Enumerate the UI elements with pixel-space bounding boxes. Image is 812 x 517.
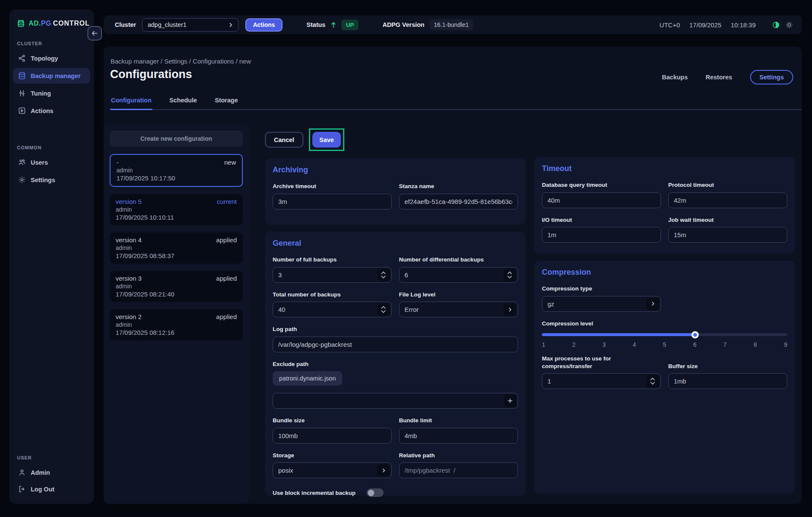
sidebar-item-label: Topology	[31, 55, 58, 62]
sidebar-item-label: Backup manager	[31, 73, 81, 79]
cluster-select[interactable]: adpg_cluster1	[142, 18, 239, 32]
contrast-theme-icon[interactable]	[772, 21, 780, 29]
logo-text: AD.PGCONTROL	[29, 20, 90, 27]
stepper-buttons[interactable]	[646, 375, 659, 387]
time-value: 10:18:39	[731, 21, 756, 29]
sidebar-item-actions[interactable]: Actions	[13, 103, 90, 119]
bundle-size-field[interactable]	[273, 428, 392, 444]
relative-path-field[interactable]	[399, 462, 518, 478]
stepper-buttons[interactable]	[503, 269, 516, 281]
db-query-timeout-field[interactable]	[542, 192, 661, 208]
sidebar-item-admin[interactable]: Admin	[13, 465, 90, 480]
exclude-path-chip[interactable]: patroni.dynamic.json	[273, 371, 342, 386]
sidebar-item-topology[interactable]: Topology	[13, 50, 90, 66]
compression-level-knob[interactable]	[692, 331, 699, 338]
diff-backups-stepper[interactable]: 6	[399, 267, 518, 283]
topology-icon	[18, 54, 26, 62]
actions-button[interactable]: Actions	[245, 18, 282, 32]
config-author: admin	[116, 321, 237, 328]
full-backups-label: Number of full backups	[273, 256, 392, 264]
io-timeout-label: I/O timeout	[542, 216, 661, 224]
relative-path-label: Relative path	[399, 452, 518, 459]
config-name: version 4	[116, 236, 142, 244]
config-name: version 2	[116, 313, 142, 320]
exclude-path-add-field[interactable]	[273, 393, 518, 409]
tab-configuration[interactable]: Configuration	[110, 97, 152, 110]
logout-icon	[18, 485, 26, 493]
stepper-buttons[interactable]	[377, 303, 390, 316]
cluster-select-value: adpg_cluster1	[148, 21, 227, 28]
toggle-knob	[368, 490, 374, 496]
database-icon	[18, 72, 26, 80]
arrow-left-icon	[91, 29, 99, 37]
chevron-down-icon	[650, 381, 655, 385]
compression-section: Compression Compression type gz Compress…	[534, 261, 795, 494]
sidebar-item-label: Log Out	[31, 486, 55, 493]
stanza-name-label: Stanza name	[399, 183, 518, 190]
sidebar-item-settings[interactable]: Settings	[13, 172, 90, 188]
chevron-right-icon[interactable]	[646, 298, 659, 310]
sidebar-item-logout[interactable]: Log Out	[13, 481, 90, 497]
chevron-down-icon	[381, 275, 386, 279]
config-list-item[interactable]: version 3applied admin 17/09/2025 08:21:…	[110, 271, 243, 302]
sidebar-item-backup-manager[interactable]: Backup manager	[13, 68, 90, 84]
config-list-item[interactable]: version 5current admin 17/09/2025 10:10:…	[110, 194, 243, 225]
compression-type-select[interactable]: gz	[542, 296, 661, 312]
sun-icon[interactable]	[785, 21, 793, 29]
config-author: admin	[116, 244, 237, 251]
max-processes-stepper[interactable]: 1	[542, 373, 661, 389]
archive-timeout-field[interactable]	[273, 194, 392, 209]
save-button-highlight: Save	[309, 128, 345, 151]
stepper-buttons[interactable]	[377, 269, 390, 281]
topbar: Cluster adpg_cluster1 Actions Status UP …	[104, 15, 802, 34]
buffer-size-field[interactable]	[668, 373, 787, 389]
protocol-timeout-field[interactable]	[668, 192, 787, 208]
chevron-right-icon[interactable]	[377, 464, 390, 476]
job-wait-timeout-field[interactable]	[668, 227, 787, 243]
sidebar-item-users[interactable]: Users	[13, 154, 90, 170]
sliders-icon	[18, 89, 26, 97]
status-label: Status	[306, 21, 325, 28]
storage-label: Storage	[273, 452, 392, 459]
io-timeout-field[interactable]	[542, 227, 661, 243]
tab-schedule[interactable]: Schedule	[169, 97, 198, 109]
log-path-field[interactable]	[273, 337, 518, 352]
cancel-button[interactable]: Cancel	[265, 132, 303, 148]
compression-level-slider[interactable]	[542, 333, 787, 336]
config-timestamp: 17/09/2025 08:58:37	[116, 252, 237, 259]
back-button[interactable]	[87, 26, 102, 41]
chevron-up-icon	[650, 377, 655, 381]
create-new-configuration-button[interactable]: Create new configuration	[110, 131, 243, 147]
version-label: ADPG Version	[382, 21, 424, 28]
chevron-down-icon	[507, 275, 512, 279]
config-timestamp: 17/09/2025 10:17:50	[116, 174, 236, 182]
chevron-right-icon[interactable]	[503, 303, 516, 316]
storage-select[interactable]: posix	[273, 462, 392, 478]
config-timestamp: 17/09/2025 08:21:40	[116, 290, 237, 298]
sidebar-item-label: Settings	[31, 177, 55, 183]
stanza-name-field[interactable]	[399, 194, 518, 209]
config-list-item[interactable]: version 4applied admin 17/09/2025 08:58:…	[110, 232, 243, 264]
config-status-badge: current	[217, 198, 237, 205]
sidebar-item-tuning[interactable]: Tuning	[13, 85, 90, 101]
config-status-badge: applied	[216, 313, 237, 320]
config-name: -	[116, 159, 119, 166]
block-incremental-label: Use block incremental backup	[273, 490, 355, 496]
person-icon	[18, 468, 26, 476]
save-button[interactable]: Save	[312, 132, 341, 148]
total-backups-stepper[interactable]: 40	[273, 302, 392, 317]
timeout-title: Timeout	[542, 164, 787, 173]
full-backups-stepper[interactable]: 3	[273, 267, 392, 283]
config-name: version 5	[116, 198, 142, 205]
exclude-path-label: Exclude path	[273, 360, 518, 368]
config-author: admin	[116, 206, 237, 213]
bundle-limit-field[interactable]	[399, 428, 518, 444]
tab-storage[interactable]: Storage	[214, 97, 239, 109]
config-list-item[interactable]: -new admin 17/09/2025 10:17:50	[110, 154, 243, 187]
log-path-label: Log path	[273, 325, 518, 333]
block-incremental-toggle[interactable]	[367, 488, 384, 497]
breadcrumb: Backup manager / Settings / Configuratio…	[111, 58, 251, 65]
plus-icon[interactable]	[504, 395, 516, 407]
config-list-item[interactable]: version 2applied admin 17/09/2025 08:12:…	[110, 309, 243, 340]
file-log-level-select[interactable]: Error	[399, 302, 518, 317]
